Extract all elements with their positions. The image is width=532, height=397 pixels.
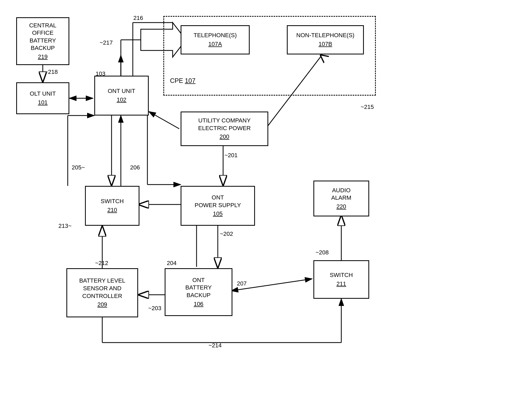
label-216: 216: [133, 15, 143, 22]
label-207: 207: [237, 280, 247, 287]
ont-power-supply-box: ONTPOWER SUPPLY 105: [181, 186, 255, 226]
switch-211-ref: 211: [337, 280, 346, 288]
battery-sensor-ref: 209: [97, 301, 107, 309]
label-213: 213~: [58, 223, 72, 229]
label-212: ~212: [95, 260, 108, 267]
switch-210-box: SWITCH 210: [85, 186, 139, 226]
label-215: ~215: [361, 104, 374, 110]
label-208: ~208: [316, 249, 329, 256]
label-201: ~201: [224, 152, 238, 159]
audio-alarm-ref: 220: [337, 203, 346, 211]
ont-power-supply-ref: 105: [213, 210, 223, 218]
diagram: CENTRALOFFICEBATTERYBACKUP 219 OLT UNIT …: [0, 0, 532, 397]
central-office-label: CENTRALOFFICEBATTERYBACKUP: [29, 22, 57, 52]
battery-sensor-box: BATTERY LEVELSENSOR ANDCONTROLLER 209: [66, 268, 138, 317]
ont-unit-ref: 102: [117, 96, 126, 104]
ont-battery-backup-label: ONTBATTERYBACKUP: [185, 276, 212, 299]
olt-unit-label: OLT UNIT: [30, 90, 56, 98]
ont-unit-box: ONT UNIT 102: [94, 76, 149, 116]
ont-unit-label: ONT UNIT: [108, 87, 135, 95]
ont-power-supply-label: ONTPOWER SUPPLY: [195, 194, 241, 209]
switch-210-ref: 210: [107, 206, 117, 214]
label-103: 103: [96, 70, 105, 77]
label-205: 205~: [72, 164, 85, 171]
svg-line-16: [149, 112, 179, 129]
utility-power-label: UTILITY COMPANYELECTRIC POWER: [198, 117, 251, 132]
central-office-ref: 219: [38, 53, 48, 61]
audio-alarm-box: AUDIOALARM 220: [313, 181, 369, 216]
switch-210-label: SWITCH: [101, 198, 124, 205]
label-206: 206: [130, 164, 140, 171]
audio-alarm-label: AUDIOALARM: [331, 187, 351, 202]
ont-battery-backup-box: ONTBATTERYBACKUP 106: [165, 268, 232, 316]
label-218: ~218: [45, 69, 58, 75]
utility-power-box: UTILITY COMPANYELECTRIC POWER 200: [181, 112, 268, 146]
switch-211-box: SWITCH 211: [313, 260, 369, 299]
label-204: 204: [167, 260, 177, 267]
label-203: ~203: [148, 305, 161, 312]
cpe-label: CPE 107: [170, 77, 195, 84]
olt-unit-box: OLT UNIT 101: [16, 82, 69, 114]
battery-sensor-label: BATTERY LEVELSENSOR ANDCONTROLLER: [79, 277, 125, 300]
central-office-battery-box: CENTRALOFFICEBATTERYBACKUP 219: [16, 17, 69, 65]
label-202: ~202: [220, 230, 233, 237]
label-214: ~214: [208, 342, 222, 349]
switch-211-label: SWITCH: [330, 271, 353, 279]
label-217: ~217: [100, 39, 113, 46]
utility-power-ref: 200: [220, 133, 229, 141]
olt-unit-ref: 101: [38, 99, 48, 106]
ont-battery-backup-ref: 106: [194, 300, 203, 308]
